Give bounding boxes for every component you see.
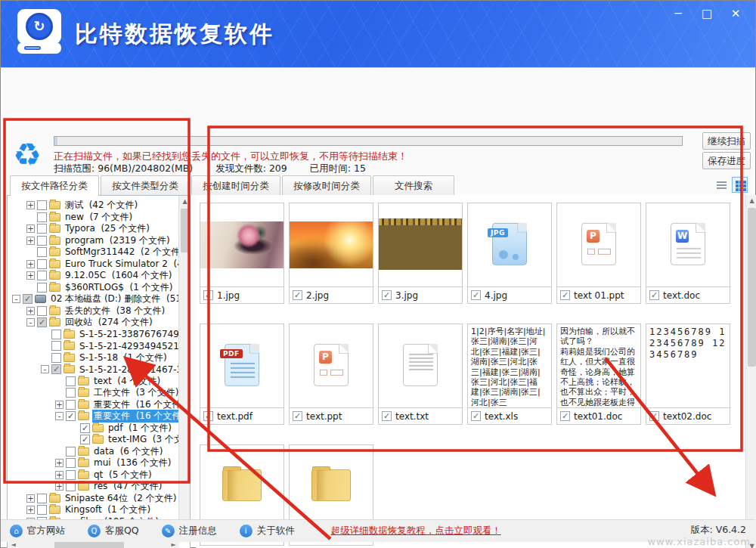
- tree-item-label[interactable]: text-IMG (3 个文件: [107, 433, 178, 446]
- file-cell[interactable]: ✓ text.txt: [378, 324, 463, 425]
- tree-checkbox[interactable]: [51, 341, 61, 351]
- tree-row[interactable]: S-1-5-21-3387676749-25853: [8, 329, 178, 341]
- tree-checkbox[interactable]: [66, 447, 76, 457]
- tree-checkbox[interactable]: ✓: [37, 317, 47, 327]
- expand-toggle[interactable]: +: [26, 271, 35, 280]
- file-cell[interactable]: 123456789 123456789 123456789 ✓ text02.d…: [646, 324, 730, 425]
- expand-toggle[interactable]: +: [55, 482, 64, 491]
- expand-toggle[interactable]: +: [55, 401, 64, 409]
- tree-item-label[interactable]: Euro Truck Simulator 2 (435 个文: [64, 258, 178, 271]
- file-checkbox[interactable]: ✓: [471, 290, 481, 300]
- expand-toggle[interactable]: +: [26, 260, 35, 268]
- tree-item-label[interactable]: 重要文件 (16 个文件): [92, 398, 178, 411]
- expand-toggle[interactable]: -: [26, 318, 35, 327]
- file-cell[interactable]: PDF ✓ text.pdf: [200, 324, 284, 425]
- file-cell[interactable]: JPG ✓ 4.jpg: [467, 203, 552, 304]
- expand-toggle[interactable]: -: [12, 295, 20, 303]
- maximize-button[interactable]: □: [698, 5, 716, 22]
- tree-vscroll-thumb[interactable]: [181, 209, 189, 252]
- file-checkbox[interactable]: ✓: [203, 411, 213, 421]
- tree-row[interactable]: + 9.12.05C (1604 个文件): [8, 270, 178, 282]
- file-checkbox[interactable]: ✓: [649, 411, 659, 421]
- tree-item-label[interactable]: 回收站 (274 个文件): [64, 316, 154, 329]
- tab-by-modify-time[interactable]: 按修改时间分类: [282, 175, 371, 195]
- tree-row[interactable]: data (6 个文件): [8, 446, 178, 458]
- expand-toggle[interactable]: +: [26, 224, 35, 233]
- file-cell[interactable]: 1|2|序号|名字|地址|张三|湖南|张三|河北|张三|福建|张三|湖南|张三|…: [467, 324, 552, 425]
- tree-item-label[interactable]: S-1-5-21-286621467-310439: [78, 364, 178, 375]
- tree-row[interactable]: S-1-5-21-4293494521-27348: [8, 340, 178, 352]
- tree-item-label[interactable]: S-1-5-18 (1 个文件): [78, 351, 169, 364]
- file-cell[interactable]: 因为怕输，所以就不试了吗？ 莉莉姐是我们公司的红人，但大家一直很奇怪，论身高，她…: [556, 324, 641, 425]
- tree-row[interactable]: S-1-5-18 (1 个文件): [8, 352, 178, 364]
- expand-toggle[interactable]: -: [55, 412, 64, 420]
- tree-item-label[interactable]: mui (136 个文件): [92, 457, 172, 469]
- tree-checkbox[interactable]: ✓: [23, 294, 33, 304]
- tree-item-label[interactable]: text (4 个文件): [92, 375, 162, 388]
- file-checkbox[interactable]: ✓: [560, 290, 570, 300]
- official-website-link[interactable]: ⌂ 官方网站: [10, 525, 65, 537]
- tree-item-label[interactable]: 重要文件 (16 个文件): [92, 410, 178, 423]
- close-button[interactable]: ✕: [727, 5, 745, 22]
- tree-row[interactable]: + res (47 个文件): [8, 481, 178, 493]
- tree-item-label[interactable]: qt (5 个文件): [92, 469, 153, 481]
- file-checkbox[interactable]: ✓: [382, 411, 392, 421]
- register-info-link[interactable]: ✎ 注册信息: [162, 525, 217, 537]
- scroll-up-arrow[interactable]: ▲: [179, 196, 191, 207]
- save-progress-button[interactable]: 保存进度: [702, 152, 751, 169]
- tree-checkbox[interactable]: [66, 400, 76, 410]
- tree-checkbox[interactable]: ✓: [66, 411, 76, 421]
- tree-item-label[interactable]: new (7 个文件): [64, 211, 134, 224]
- tree-checkbox[interactable]: [37, 247, 47, 257]
- tree-item-label[interactable]: S-1-5-21-3387676749-25853: [78, 329, 178, 339]
- tab-by-create-time[interactable]: 按创建时间分类: [191, 175, 280, 195]
- tree-row[interactable]: + Kingsoft (1 个文件): [8, 504, 178, 516]
- file-cell[interactable]: ✓ 2.jpg: [289, 203, 373, 304]
- expand-toggle[interactable]: +: [26, 494, 35, 503]
- file-cell[interactable]: W ✓ text.doc: [646, 203, 730, 304]
- tree-item-label[interactable]: Snipaste 64位 (2 个文件): [64, 492, 178, 505]
- minimize-button[interactable]: ─: [669, 5, 687, 22]
- tree-vertical-scrollbar[interactable]: ▲ ▼: [178, 196, 190, 540]
- tree-item-label[interactable]: pdf (1 个文件): [107, 422, 173, 435]
- tree-checkbox[interactable]: ✓: [51, 364, 61, 374]
- scroll-up-arrow[interactable]: ▲: [746, 195, 756, 206]
- tree-item-label[interactable]: $360RTLOG$ (1 个文件): [64, 281, 174, 294]
- tree-row[interactable]: - ✓ 回收站 (274 个文件): [8, 317, 178, 329]
- tree-checkbox[interactable]: [37, 505, 47, 515]
- file-cell[interactable]: P ✓ text.ppt: [289, 324, 373, 425]
- tree-checkbox[interactable]: [37, 224, 47, 234]
- tree-checkbox[interactable]: [66, 481, 76, 491]
- tree-item-label[interactable]: Typora (25 个文件): [64, 222, 151, 235]
- tree-item-label[interactable]: S-1-5-21-4293494521-27348: [78, 341, 178, 351]
- tree-checkbox[interactable]: [37, 259, 47, 269]
- tree-row[interactable]: ✓ pdf (1 个文件): [8, 423, 178, 435]
- tree-item-label[interactable]: 02 本地磁盘 (D:) 删除文件 (511 个文: [49, 293, 178, 305]
- expand-toggle[interactable]: +: [26, 506, 35, 514]
- file-checkbox[interactable]: ✓: [293, 290, 302, 300]
- expand-toggle[interactable]: +: [26, 237, 35, 245]
- tree-checkbox[interactable]: [37, 271, 47, 280]
- tree-checkbox[interactable]: [66, 470, 76, 480]
- expand-toggle[interactable]: -: [41, 365, 49, 373]
- file-checkbox[interactable]: ✓: [649, 290, 659, 300]
- tree-item-label[interactable]: 丢失的文件 (38 个文件): [64, 305, 166, 317]
- tree-item-label[interactable]: 9.12.05C (1604 个文件): [64, 269, 174, 282]
- expand-toggle[interactable]: +: [26, 201, 35, 209]
- file-checkbox[interactable]: ✓: [560, 411, 570, 421]
- tree-checkbox[interactable]: [37, 236, 47, 246]
- expand-toggle[interactable]: +: [55, 459, 64, 467]
- file-cell[interactable]: ✓ 1.jpg: [200, 203, 284, 304]
- tree-row[interactable]: + mui (136 个文件): [8, 457, 178, 469]
- tree-row[interactable]: + Euro Truck Simulator 2 (435 个文: [8, 259, 178, 271]
- tree-checkbox[interactable]: [37, 200, 47, 210]
- tree-checkbox[interactable]: [66, 388, 76, 398]
- tree-row[interactable]: + 测试 (42 个文件): [8, 200, 178, 212]
- file-cell[interactable]: ✓ 3.jpg: [378, 203, 463, 304]
- file-checkbox[interactable]: ✓: [382, 290, 392, 300]
- tutorial-promo-link[interactable]: 超级详细数据恢复教程，点击立即观看！: [331, 525, 501, 537]
- tree-row[interactable]: SoftMgr311442 (2 个文件): [8, 246, 178, 259]
- tree-row[interactable]: 工作文件 (3 个文件): [8, 387, 178, 399]
- tree-item-label[interactable]: data (6 个文件): [92, 445, 164, 458]
- tab-by-file-path[interactable]: 按文件路径分类: [10, 175, 99, 196]
